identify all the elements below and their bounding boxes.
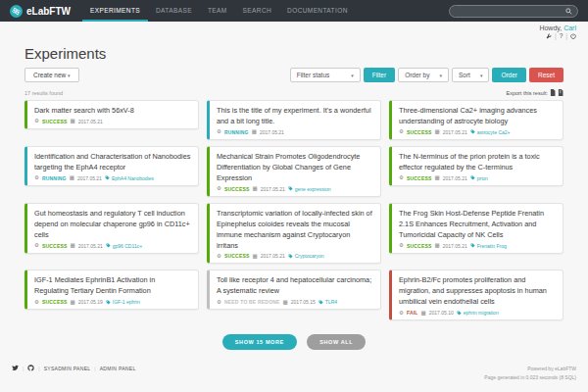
status-gear-icon: ⚙ bbox=[399, 129, 404, 135]
experiment-meta: ⚙ Success ▦ 2017.05.21 Frenatin Frog bbox=[399, 243, 556, 249]
admin-panel-link[interactable]: Admin panel bbox=[100, 366, 136, 371]
experiment-tag[interactable]: TLR4 bbox=[318, 299, 337, 305]
experiment-date: 2017.05.19 bbox=[78, 299, 103, 305]
tag-icon bbox=[288, 254, 293, 259]
nav-item-team[interactable]: Team bbox=[200, 0, 235, 22]
experiment-status: Success bbox=[407, 175, 432, 181]
experiment-date: 2017.05.21 bbox=[260, 129, 284, 135]
show-more-button[interactable]: Show 15 more bbox=[222, 334, 297, 350]
experiment-card[interactable]: Ephrin-B2/Fc promotes proliferation and … bbox=[389, 270, 564, 320]
experiment-tag[interactable]: ephrin migration bbox=[457, 310, 499, 316]
experiment-tag[interactable]: prion bbox=[470, 175, 488, 181]
calendar-icon: ▦ bbox=[71, 300, 75, 306]
tag-icon bbox=[105, 175, 110, 180]
filter-status-select[interactable]: Filter status▾ bbox=[290, 68, 361, 82]
order-button[interactable]: Order bbox=[492, 68, 526, 82]
experiment-title: This is the title of my experiment. It's… bbox=[217, 106, 373, 127]
filter-button[interactable]: Filter bbox=[364, 68, 395, 82]
status-gear-icon: ⚙ bbox=[217, 300, 221, 306]
experiment-tag-label: ephrin migration bbox=[464, 310, 499, 316]
calendar-icon: ▦ bbox=[435, 175, 440, 181]
pagination: Show 15 more Show all bbox=[0, 330, 588, 350]
twitter-icon[interactable] bbox=[12, 365, 19, 371]
experiment-card[interactable]: Dark matter search with 56xV-8 ⚙ Success… bbox=[24, 100, 199, 129]
tag-icon bbox=[106, 300, 111, 305]
experiment-tag-label: EphA4 Nanobodies bbox=[112, 175, 154, 181]
username-link[interactable]: Carl bbox=[564, 24, 576, 31]
sort-select[interactable]: Sort▾ bbox=[452, 68, 489, 82]
calendar-icon: ▦ bbox=[253, 186, 258, 192]
nav-item-experiments[interactable]: Experiments bbox=[82, 0, 148, 22]
experiment-title: IGF-1 Mediates EphrinB1 Activation in Re… bbox=[34, 275, 191, 297]
experiment-tag[interactable]: gp96 CD11c+ bbox=[106, 243, 142, 249]
calendar-icon: ▦ bbox=[71, 243, 75, 249]
export-zip-icon[interactable] bbox=[558, 89, 564, 96]
experiment-status: Fail bbox=[407, 310, 418, 316]
experiment-meta: ⚙ Running ▦ 2017.05.21 EphA4 Nanobodies bbox=[34, 175, 191, 181]
experiment-card[interactable]: Transcriptomic variation of locally-infe… bbox=[207, 203, 381, 265]
status-gear-icon: ⚙ bbox=[34, 175, 39, 181]
elabftw-page: eLabFTW Experiments Database Team Search… bbox=[0, 0, 588, 392]
tag-icon bbox=[470, 243, 475, 248]
experiment-tag[interactable]: Frenatin Frog bbox=[470, 243, 507, 249]
reset-button[interactable]: Reset bbox=[529, 68, 564, 82]
export-csv-icon[interactable] bbox=[550, 89, 556, 96]
calendar-icon: ▦ bbox=[435, 243, 440, 249]
order-by-select[interactable]: Order by▾ bbox=[398, 68, 449, 82]
results-count: 17 results found bbox=[24, 90, 63, 96]
status-gear-icon: ⚙ bbox=[217, 129, 221, 135]
experiment-card[interactable]: The N-terminus of the prion protein is a… bbox=[389, 146, 564, 186]
experiment-card[interactable]: This is the title of my experiment. It's… bbox=[207, 100, 381, 140]
calendar-icon: ▦ bbox=[70, 175, 74, 181]
experiment-title: Toll like receptor 4 and hepatocellular … bbox=[217, 275, 373, 297]
calendar-icon: ▦ bbox=[253, 254, 258, 260]
search-input[interactable] bbox=[455, 8, 565, 15]
calendar-icon: ▦ bbox=[252, 129, 257, 135]
experiments-grid: Dark matter search with 56xV-8 ⚙ Success… bbox=[24, 100, 564, 320]
help-icon[interactable]: ? bbox=[560, 32, 564, 39]
github-icon[interactable] bbox=[27, 365, 34, 371]
caret-down-icon: ▾ bbox=[351, 73, 354, 78]
experiment-tag-label: IGF-1 ephrin bbox=[113, 299, 140, 305]
results-row: 17 results found Export this result: bbox=[24, 89, 564, 96]
experiment-tag[interactable]: Cryptocaryon bbox=[288, 253, 324, 259]
experiment-card[interactable]: IGF-1 Mediates EphrinB1 Activation in Re… bbox=[24, 270, 199, 310]
experiment-meta: ⚙ Success ▦ 2017.05.21 gp96 CD11c+ bbox=[34, 243, 191, 249]
experiment-date: 2017.05.15 bbox=[291, 299, 316, 305]
experiment-status: Running bbox=[42, 175, 67, 181]
experiment-meta: ⚙ Success ▦ 2017.05.19 IGF-1 ephrin bbox=[34, 299, 191, 305]
logout-icon[interactable] bbox=[570, 33, 576, 39]
experiment-card[interactable]: Gut homeostasis and regulatory T cell in… bbox=[24, 203, 199, 254]
create-new-button[interactable]: Create new ▾ bbox=[24, 68, 79, 82]
sysadmin-panel-link[interactable]: Sysadmin panel bbox=[44, 366, 91, 371]
experiment-card[interactable]: Three-dimensional Ca2+ imaging advances … bbox=[389, 100, 564, 140]
settings-icon[interactable] bbox=[546, 33, 552, 39]
nav-item-search[interactable]: Search bbox=[235, 0, 280, 22]
tag-icon bbox=[457, 311, 462, 316]
tag-icon bbox=[470, 175, 475, 180]
experiment-tag[interactable]: EphA4 Nanobodies bbox=[105, 175, 154, 181]
experiment-title: The N-terminus of the prion protein is a… bbox=[399, 152, 556, 173]
nav-item-documentation[interactable]: Documentation bbox=[279, 0, 356, 22]
tag-icon bbox=[106, 243, 111, 248]
experiment-tag-label: astrocyte Ca2+ bbox=[477, 129, 511, 135]
calendar-icon: ▦ bbox=[283, 300, 288, 306]
show-all-button[interactable]: Show all bbox=[307, 334, 366, 350]
experiment-card[interactable]: Mechanical Strain Promotes Oligodendrocy… bbox=[207, 146, 381, 197]
status-gear-icon: ⚙ bbox=[34, 300, 39, 306]
powered-by-text: Powered by eLabFTW bbox=[484, 365, 576, 373]
nav-item-database[interactable]: Database bbox=[148, 0, 200, 22]
brand[interactable]: eLabFTW bbox=[10, 0, 71, 22]
experiment-tag[interactable]: IGF-1 ephrin bbox=[106, 299, 140, 305]
experiment-tag[interactable]: gene expression bbox=[288, 186, 331, 192]
experiment-status: Success bbox=[224, 253, 250, 259]
experiment-card[interactable]: The Frog Skin Host-Defense Peptide Frena… bbox=[389, 203, 564, 254]
status-gear-icon: ⚙ bbox=[399, 243, 404, 249]
search-icon bbox=[565, 8, 572, 15]
experiment-date: 2017.05.21 bbox=[78, 243, 103, 249]
experiment-card[interactable]: Identification and Characterisation of N… bbox=[24, 146, 199, 186]
status-gear-icon: ⚙ bbox=[217, 254, 221, 260]
experiment-card[interactable]: Toll like receptor 4 and hepatocellular … bbox=[207, 270, 381, 310]
experiment-tag[interactable]: astrocyte Ca2+ bbox=[470, 129, 511, 135]
quick-search-box[interactable] bbox=[449, 5, 578, 18]
